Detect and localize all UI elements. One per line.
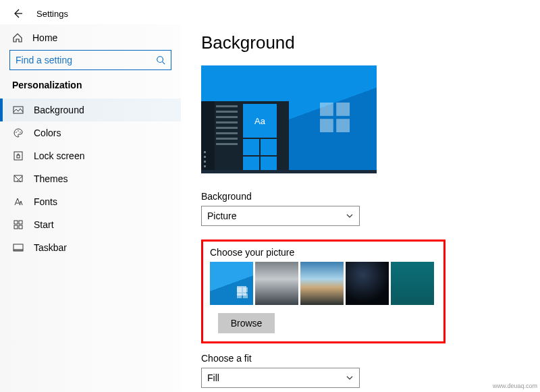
svg-rect-15 — [336, 103, 350, 116]
choose-picture-section: Choose your picture Browse — [201, 240, 446, 343]
search-icon — [156, 55, 165, 65]
svg-rect-6 — [17, 155, 20, 158]
svg-rect-18 — [237, 287, 242, 292]
preview-taskbar — [201, 170, 377, 173]
sidebar-item-label: Start — [34, 219, 54, 230]
svg-point-3 — [18, 130, 19, 132]
sidebar-item-start[interactable]: Start — [0, 213, 181, 236]
choose-fit-label: Choose a fit — [201, 353, 520, 364]
home-label: Home — [32, 32, 57, 43]
picture-thumbnail-5[interactable] — [391, 262, 434, 305]
svg-point-2 — [16, 132, 17, 133]
sidebar-item-label: Background — [34, 105, 84, 115]
picture-thumbnails — [210, 262, 437, 305]
search-box[interactable] — [9, 50, 171, 70]
svg-rect-16 — [320, 119, 333, 132]
picture-thumbnail-2[interactable] — [255, 262, 298, 305]
svg-rect-21 — [243, 293, 248, 298]
svg-rect-9 — [19, 221, 22, 224]
lock-screen-icon — [12, 150, 24, 161]
chevron-down-icon — [346, 374, 354, 382]
chevron-down-icon — [346, 212, 354, 220]
fonts-icon — [12, 196, 24, 207]
sidebar-item-label: Lock screen — [34, 150, 84, 161]
themes-icon — [12, 173, 24, 184]
desktop-preview: Aa — [201, 65, 377, 173]
sidebar-item-fonts[interactable]: Fonts — [0, 190, 181, 213]
sidebar-item-colors[interactable]: Colors — [0, 121, 181, 144]
svg-point-4 — [20, 132, 21, 133]
svg-point-0 — [157, 57, 163, 63]
sidebar-item-lock-screen[interactable]: Lock screen — [0, 144, 181, 167]
taskbar-icon — [12, 242, 24, 253]
start-icon — [12, 219, 24, 230]
sidebar-item-taskbar[interactable]: Taskbar — [0, 236, 181, 259]
browse-button[interactable]: Browse — [218, 313, 275, 333]
svg-rect-19 — [243, 287, 248, 292]
sidebar-item-label: Fonts — [34, 196, 57, 207]
background-select-value: Picture — [207, 211, 237, 221]
watermark: www.deuaq.com — [493, 383, 537, 389]
back-button[interactable] — [12, 8, 23, 19]
window-title: Settings — [36, 9, 68, 19]
svg-rect-5 — [14, 152, 22, 160]
preview-tile-text: Aa — [243, 104, 277, 138]
home-link[interactable]: Home — [0, 28, 181, 50]
svg-rect-13 — [14, 249, 23, 251]
fit-select-value: Fill — [207, 372, 219, 383]
picture-thumbnail-3[interactable] — [300, 262, 344, 305]
svg-rect-14 — [320, 103, 333, 116]
arrow-left-icon — [12, 8, 23, 19]
svg-rect-8 — [14, 221, 18, 224]
svg-rect-20 — [237, 293, 242, 298]
content-panel: Background Aa Background Picture — [181, 24, 540, 392]
picture-icon — [12, 105, 24, 115]
background-label: Background — [201, 191, 520, 202]
category-label: Personalization — [0, 80, 181, 99]
sidebar-item-background[interactable]: Background — [0, 99, 181, 121]
sidebar-item-label: Themes — [34, 173, 68, 184]
picture-thumbnail-4[interactable] — [346, 262, 389, 305]
fit-select[interactable]: Fill — [201, 368, 360, 388]
sidebar: Home Personalization Background Colors — [0, 24, 181, 392]
sidebar-item-themes[interactable]: Themes — [0, 167, 181, 190]
background-select[interactable]: Picture — [201, 206, 360, 226]
nav-list: Background Colors Lock screen Themes Fon… — [0, 99, 181, 259]
page-title: Background — [201, 32, 520, 53]
windows-logo-icon — [237, 287, 248, 298]
home-icon — [12, 32, 23, 43]
palette-icon — [12, 128, 24, 138]
picture-thumbnail-1[interactable] — [210, 262, 253, 305]
choose-picture-label: Choose your picture — [210, 247, 437, 258]
svg-rect-11 — [19, 225, 22, 229]
search-input[interactable] — [16, 55, 156, 65]
windows-logo-icon — [320, 103, 350, 132]
svg-rect-10 — [14, 225, 18, 229]
sidebar-item-label: Colors — [34, 128, 61, 138]
sidebar-item-label: Taskbar — [34, 242, 67, 253]
preview-start-menu: Aa — [201, 101, 289, 170]
svg-rect-17 — [336, 119, 350, 132]
